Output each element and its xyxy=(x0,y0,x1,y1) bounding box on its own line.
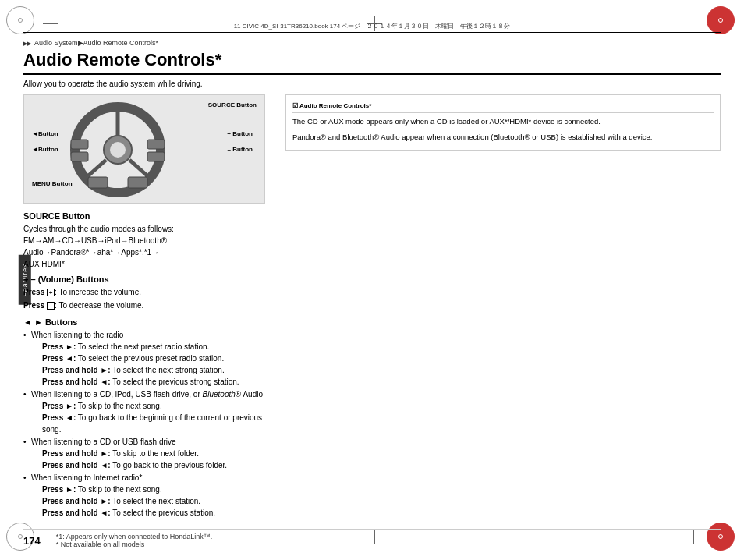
file-header: 11 CIVIC 4D_SI-31TR36210.book 174 ページ ２０… xyxy=(23,22,721,33)
buttons-section-title: ◄ ► Buttons xyxy=(23,317,273,327)
two-column-layout: SOURCE Button ◄Button ◄Button + Button –… xyxy=(23,94,721,519)
right-button-2-label: – Button xyxy=(228,146,253,153)
main-content: Audio System▶Audio Remote Controls* Audi… xyxy=(23,39,721,529)
svg-point-11 xyxy=(110,142,126,158)
svg-rect-8 xyxy=(147,152,165,161)
svg-rect-9 xyxy=(88,177,108,188)
left-column: SOURCE Button ◄Button ◄Button + Button –… xyxy=(23,94,273,519)
svg-line-4 xyxy=(129,160,151,179)
sub-item: Press ◄: To select the previous preset r… xyxy=(31,353,273,364)
svg-rect-5 xyxy=(71,140,88,149)
svg-rect-6 xyxy=(71,152,88,161)
list-item: When listening to a CD, iPod, USB flash … xyxy=(23,388,273,435)
sub-item: Press and hold ►: To skip to the next fo… xyxy=(31,448,273,459)
volume-decrease-text: Press –: To decrease the volume. xyxy=(23,299,273,311)
footnote-2: * Not available on all models xyxy=(56,541,213,548)
page-title: Audio Remote Controls* xyxy=(23,50,721,75)
source-button-label: SOURCE Button xyxy=(208,101,257,108)
svg-rect-10 xyxy=(128,177,147,188)
note-box-text1: The CD or AUX mode appears only when a C… xyxy=(292,116,714,127)
sub-item: Press ◄: To go back to the beginning of … xyxy=(31,412,273,435)
list-item: When listening to the radio Press ►: To … xyxy=(23,329,273,388)
buttons-list: When listening to the radio Press ►: To … xyxy=(23,329,273,519)
sub-item: Press ►: To skip to the next song. xyxy=(31,484,273,495)
buttons-section: ◄ ► Buttons When listening to the radio … xyxy=(23,317,273,519)
footer-notes: *1: Appears only when connected to Honda… xyxy=(56,533,213,548)
left-button-2-label: ◄Button xyxy=(32,146,58,153)
volume-section-title: + – (Volume) Buttons xyxy=(23,275,273,284)
page-subtitle: Allow you to operate the audio system wh… xyxy=(23,80,721,88)
list-item: When listening to Internet radio* Press … xyxy=(23,472,273,519)
right-button-1-label: + Button xyxy=(227,130,253,137)
left-button-1-label: ◄Button xyxy=(32,130,58,137)
menu-button-label: MENU Button xyxy=(32,180,73,187)
svg-line-3 xyxy=(85,160,106,179)
sub-item: Press ►: To skip to the next song. xyxy=(31,400,273,412)
sub-item: Press and hold ◄: To go back to the prev… xyxy=(31,459,273,471)
list-item: When listening to a CD or USB flash driv… xyxy=(23,436,273,471)
footer: 174 *1: Appears only when connected to H… xyxy=(23,529,721,548)
sub-item: Press and hold ◄: To select the previous… xyxy=(31,507,273,519)
steering-wheel-svg xyxy=(63,99,172,200)
svg-rect-7 xyxy=(147,140,165,149)
source-section-text: Cycles through the audio modes as follow… xyxy=(23,223,273,270)
note-box-text2: Pandora® and Bluetooth® Audio appear whe… xyxy=(292,132,714,143)
sub-item: Press and hold ►: To select the next sta… xyxy=(31,495,273,507)
sub-item: Press and hold ►: To select the next str… xyxy=(31,364,273,376)
right-column: Audio Remote Controls* The CD or AUX mod… xyxy=(285,94,721,519)
footnote-1: *1: Appears only when connected to Honda… xyxy=(56,533,213,541)
page-number: 174 xyxy=(23,535,41,547)
source-section-title: SOURCE Button xyxy=(23,211,273,221)
note-box-title: Audio Remote Controls* xyxy=(292,101,714,113)
breadcrumb: Audio System▶Audio Remote Controls* xyxy=(23,39,721,47)
steering-wheel-image: SOURCE Button ◄Button ◄Button + Button –… xyxy=(23,94,265,204)
sub-item: Press and hold ◄: To select the previous… xyxy=(31,376,273,388)
sub-item: Press ►: To select the next preset radio… xyxy=(31,341,273,353)
note-box: Audio Remote Controls* The CD or AUX mod… xyxy=(285,94,721,151)
volume-increase-text: Press +: To increase the volume. xyxy=(23,286,273,298)
